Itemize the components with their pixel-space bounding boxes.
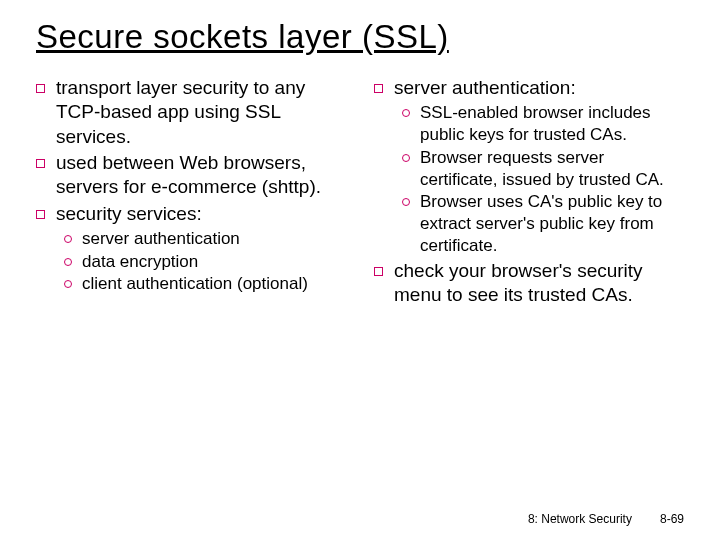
square-bullet-icon <box>374 259 394 308</box>
circle-bullet-icon <box>64 273 82 295</box>
bullet-text: used between Web browsers, servers for e… <box>56 151 346 200</box>
list-item: check your browser's security menu to se… <box>374 259 684 308</box>
right-column: server authentication: SSL-enabled brows… <box>374 74 684 309</box>
bullet-text: security services: <box>56 202 346 226</box>
bullet-text: check your browser's security menu to se… <box>394 259 684 308</box>
list-item: Browser requests server certificate, iss… <box>402 147 684 191</box>
list-item: security services: <box>36 202 346 226</box>
bullet-text: SSL-enabled browser includes public keys… <box>420 102 684 146</box>
circle-bullet-icon <box>64 251 82 273</box>
list-item: transport layer security to any TCP-base… <box>36 76 346 149</box>
list-item: Browser uses CA's public key to extract … <box>402 191 684 256</box>
list-item: server authentication: <box>374 76 684 100</box>
content-columns: transport layer security to any TCP-base… <box>36 74 684 309</box>
list-item: data encryption <box>64 251 346 273</box>
footer-section: 8: Network Security <box>528 512 632 526</box>
list-item: used between Web browsers, servers for e… <box>36 151 346 200</box>
list-item: SSL-enabled browser includes public keys… <box>402 102 684 146</box>
slide: Secure sockets layer (SSL) transport lay… <box>0 0 720 540</box>
circle-bullet-icon <box>402 102 420 146</box>
square-bullet-icon <box>374 76 394 100</box>
bullet-text: client authentication (optional) <box>82 273 346 295</box>
bullet-text: data encryption <box>82 251 346 273</box>
bullet-text: Browser requests server certificate, iss… <box>420 147 684 191</box>
page-title: Secure sockets layer (SSL) <box>36 18 684 56</box>
circle-bullet-icon <box>402 147 420 191</box>
square-bullet-icon <box>36 151 56 200</box>
footer: 8: Network Security 8-69 <box>528 512 684 526</box>
square-bullet-icon <box>36 202 56 226</box>
left-column: transport layer security to any TCP-base… <box>36 74 346 309</box>
bullet-text: Browser uses CA's public key to extract … <box>420 191 684 256</box>
square-bullet-icon <box>36 76 56 149</box>
bullet-text: transport layer security to any TCP-base… <box>56 76 346 149</box>
list-item: server authentication <box>64 228 346 250</box>
footer-page-number: 8-69 <box>660 512 684 526</box>
circle-bullet-icon <box>402 191 420 256</box>
circle-bullet-icon <box>64 228 82 250</box>
bullet-text: server authentication <box>82 228 346 250</box>
list-item: client authentication (optional) <box>64 273 346 295</box>
bullet-text: server authentication: <box>394 76 684 100</box>
